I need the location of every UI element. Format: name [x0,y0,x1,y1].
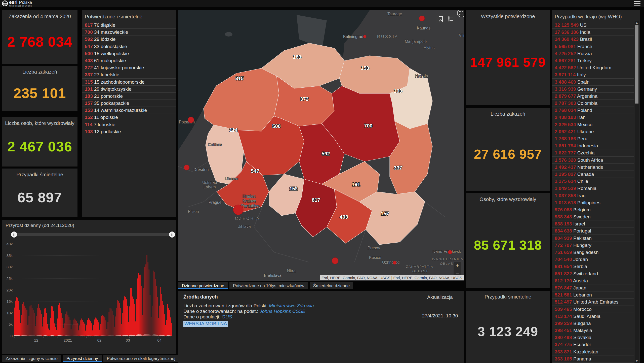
link-gus[interactable]: GUS [222,314,232,319]
scroll-down-icon[interactable]: ▼ [635,359,639,363]
country-row-argentina[interactable]: 2 879 677 Argentina [552,93,634,100]
region-row-kujawsko-pomorskie[interactable]: 372 41 kujawsko-pomorskie [82,64,176,71]
scroll-up-icon[interactable]: ▲ [635,21,639,25]
region-row-mazowieckie[interactable]: 700 34 mazowieckie [82,29,176,36]
country-row-south-africa[interactable]: 1 576 320 South Africa [552,157,634,164]
region-row-podlaskie[interactable]: 103 12 podlaskie [82,128,176,135]
country-row-portugal[interactable]: 834 638 Portugal [552,227,634,235]
region-row-zachodniopomorskie[interactable]: 315 15 zachodniopomorskie [82,79,176,86]
country-row-japan[interactable]: 576 847 Japan [552,284,634,291]
region-row-śląskie[interactable]: 817 76 śląskie [82,22,176,29]
country-row-united-arab-emirates[interactable]: 512 497 United Arab Emirates [552,299,634,306]
country-row-czechia[interactable]: 1 622 777 Czechia [552,149,634,156]
bookmark-icon[interactable] [436,15,445,23]
case-bubble-potsdam-berlin[interactable] [188,117,194,123]
country-row-pakistan[interactable]: 804 939 Pakistan [552,235,634,242]
country-row-colombia[interactable]: 2 787 303 Colombia [552,100,634,107]
slider-handle-left[interactable] [11,232,17,238]
slider-handle-right[interactable] [169,232,175,238]
region-row-warmińsko-mazurskie[interactable]: 153 14 warmińsko-mazurskie [82,107,176,114]
region-row-lubuskie[interactable]: 114 7 lubuskie [82,121,176,128]
region-row-lubelskie[interactable]: 337 27 lubelskie [82,71,176,78]
region-row-łódzkie[interactable]: 592 29 łódzkie [82,36,176,43]
tab-przyrost-dzienny[interactable]: Przyrost dzienny [63,355,102,362]
country-row-malaysia[interactable]: 398 451 Malaysia [552,327,634,334]
mobile-version-link[interactable]: WERSJA MOBILNA [183,321,228,327]
map-city-label: Pardubice [241,204,259,208]
country-row-indonesia[interactable]: 1 651 794 Indonesia [552,142,634,149]
tab-zakażenia-i-zgony-w-czasie[interactable]: Zakażenia i zgony w czasie [2,355,61,362]
link-ministerstwo-zdrowia[interactable]: Ministerstwo Zdrowia [269,303,314,308]
country-row-ecuador[interactable]: 374 775 Ecuador [552,341,634,348]
region-row-świętokrzyskie[interactable]: 191 29 świętokrzyskie [82,86,176,93]
stat-value: 235 101 [13,85,66,101]
country-row-bangladesh[interactable]: 751 659 Bangladesh [552,249,634,256]
case-bubble-dresden[interactable] [184,165,189,170]
case-bubble-banska-bystrica[interactable] [332,257,338,264]
country-row-germany[interactable]: 3 316 939 Germany [552,86,634,93]
country-row-sweden[interactable]: 938 343 Sweden [552,213,634,220]
legend-icon[interactable] [447,15,455,23]
region-row-dolnośląskie[interactable]: 547 33 dolnośląskie [82,43,176,50]
country-row-canada[interactable]: 1 195 827 Canada [552,171,634,178]
map-city-label: OBLAST [412,269,428,273]
country-row-slovakia[interactable]: 380 498 Slovakia [552,334,634,341]
country-row-bulgaria[interactable]: 399 259 Bulgaria [552,320,634,327]
country-row-morocco[interactable]: 509 465 Morocco [552,306,634,313]
menu-icon[interactable] [634,1,640,6]
map-tab-dzienne-potwierdzone[interactable]: Dzienne potwierdzone [178,282,228,289]
country-row-chile[interactable]: 1 175 614 Chile [552,178,634,185]
country-row-russia[interactable]: 4 725 252 Russia [552,50,634,57]
country-row-poland[interactable]: 2 768 034 Poland [552,107,634,114]
country-row-iraq[interactable]: 1 037 858 Iraq [552,192,634,199]
country-row-austria[interactable]: 612 170 Austria [552,277,634,284]
brand-tagline: THE SCIENCE OF WHERE [9,4,32,8]
country-row-france[interactable]: 5 565 081 France [552,43,634,50]
map-tab-śmiertelne-dzienne[interactable]: Śmiertelne dzienne [310,282,353,289]
tab-potwierdzone-w-skali-logarytmicznej[interactable]: Potwierdzone w skali logarytmicznej [103,355,179,362]
country-row-kazakhstan[interactable]: 363 871 Kazakhstan [552,348,634,355]
country-row-romania[interactable]: 1 049 539 Romania [552,185,634,192]
country-row-lebanon[interactable]: 521 581 Lebanon [552,291,634,299]
country-row-netherlands[interactable]: 1 492 437 Netherlands [552,164,634,171]
case-bubble-ivano-frankivsk[interactable] [448,250,452,254]
region-row-wielkopolskie[interactable]: 500 15 wielkopolskie [82,50,176,57]
country-row-serbia[interactable]: 681 654 Serbia [552,263,634,270]
country-row-panama[interactable]: 363 165 Panama [552,355,634,362]
country-row-united-kingdom[interactable]: 4 422 562 United Kingdom [552,64,634,71]
country-row-belgium[interactable]: 976 088 Belgium [552,206,634,213]
region-row-opolskie[interactable]: 152 11 opolskie [82,114,176,121]
case-bubble-uzhhorod[interactable] [393,261,396,265]
region-row-pomorskie[interactable]: 183 21 pomorskie [82,93,176,100]
country-list-scrollbar[interactable]: ▲ ▼ [635,21,639,363]
country-row-ukraine[interactable]: 2 092 421 Ukraine [552,128,634,135]
poland-choropleth-map[interactable]: 3151831531033727001145005923375471521918… [178,10,464,281]
case-bubble-kaliningrad[interactable] [363,35,366,38]
country-row-switzerland[interactable]: 651 822 Switzerland [552,270,634,277]
country-row-spain[interactable]: 3 488 469 Spain [552,79,634,86]
case-bubble-kaunas[interactable] [419,16,425,21]
link-johns-hopkins[interactable]: Johns Hopkins CSSE [260,309,305,314]
country-row-hungary[interactable]: 772 707 Hungary [552,242,634,249]
case-bubble-pardubice-czechia[interactable] [233,205,243,215]
country-row-saudi-arabia[interactable]: 413 174 Saudi Arabia [552,313,634,320]
country-row-iran[interactable]: 2 438 193 Iran [552,114,634,121]
country-row-philippines[interactable]: 1 013 618 Philippines [552,199,634,206]
region-row-małopolskie[interactable]: 403 61 małopolskie [82,57,176,64]
country-row-peru[interactable]: 1 768 186 Peru [552,135,634,142]
scrollbar-thumb[interactable] [635,25,638,104]
country-row-brazil[interactable]: 14 369 423 Brazil [552,36,634,43]
country-row-turkey[interactable]: 4 667 281 Turkey [552,57,634,64]
country-row-us[interactable]: 32 125 549 US [552,22,634,29]
region-row-podkarpackie[interactable]: 157 35 podkarpackie [82,100,176,107]
map-tab-potwierdzone-na-10tys-mieszkańców[interactable]: Potwierdzone na 10tys. mieszkańców [229,282,308,289]
country-row-india[interactable]: 17 636 186 India [552,29,634,36]
country-row-italy[interactable]: 3 971 114 Italy [552,71,634,78]
country-row-mexico[interactable]: 2 329 534 Mexico [552,121,634,128]
map-panel[interactable]: 3151831531033727001145005923375471521918… [178,10,464,281]
region-warmińsko-mazurskie[interactable] [339,56,410,93]
country-row-jordan[interactable]: 704 540 Jordan [552,256,634,263]
zoom-in-button[interactable]: + [454,262,461,270]
time-range-slider[interactable] [14,233,172,236]
country-row-israel[interactable]: 838 193 Israel [552,220,634,227]
